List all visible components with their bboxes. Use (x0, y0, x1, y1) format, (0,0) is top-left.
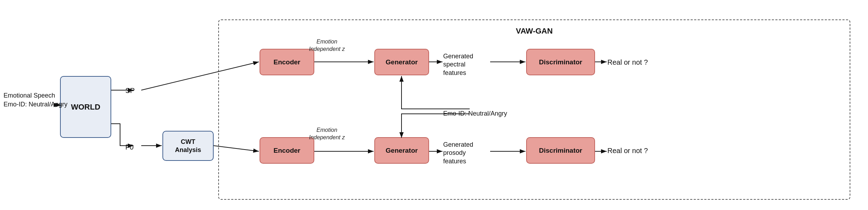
discriminator-top-node: Discriminator (526, 49, 595, 75)
emotion-independent-bot-label: EmotionIndependent z (309, 127, 345, 141)
diagram-container: VAW-GAN WORLD CWTAnalysis Encoder Encode… (0, 0, 868, 210)
encoder-bot-node: Encoder (260, 137, 314, 164)
real-or-not-bot-label: Real or not ? (607, 146, 648, 155)
generated-prosody-label: Generatedprosodyfeatures (443, 141, 473, 165)
generator-top-node: Generator (374, 49, 429, 75)
cwt-node: CWTAnalysis (162, 131, 214, 161)
emo-id-label: Emo-ID: Neutral/Angry (443, 110, 507, 118)
emotion-independent-top-label: EmotionIndependent z (309, 38, 345, 53)
encoder-top-node: Encoder (260, 49, 314, 75)
sp-label: SP (125, 86, 135, 95)
world-node: WORLD (60, 76, 111, 138)
generated-spectral-label: Generatedspectralfeatures (443, 52, 473, 77)
f0-label: F0 (125, 142, 133, 152)
discriminator-bot-node: Discriminator (526, 137, 595, 164)
emotional-speech-label: Emotional SpeechEmo-ID: Neutral/Angry (4, 91, 67, 109)
vaw-gan-label: VAW-GAN (516, 27, 553, 36)
generator-bot-node: Generator (374, 137, 429, 164)
real-or-not-top-label: Real or not ? (607, 58, 648, 67)
